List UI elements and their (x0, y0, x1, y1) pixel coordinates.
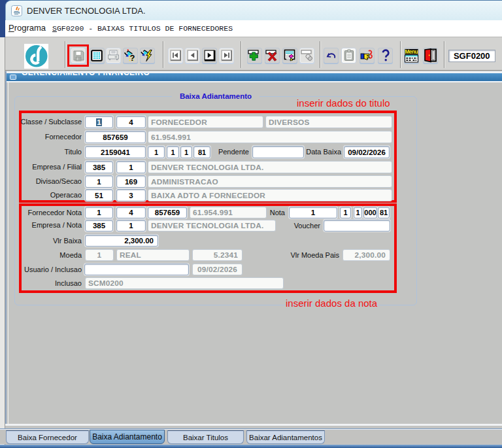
svg-text:?: ? (130, 52, 135, 62)
svg-text:Menu: Menu (405, 49, 418, 55)
